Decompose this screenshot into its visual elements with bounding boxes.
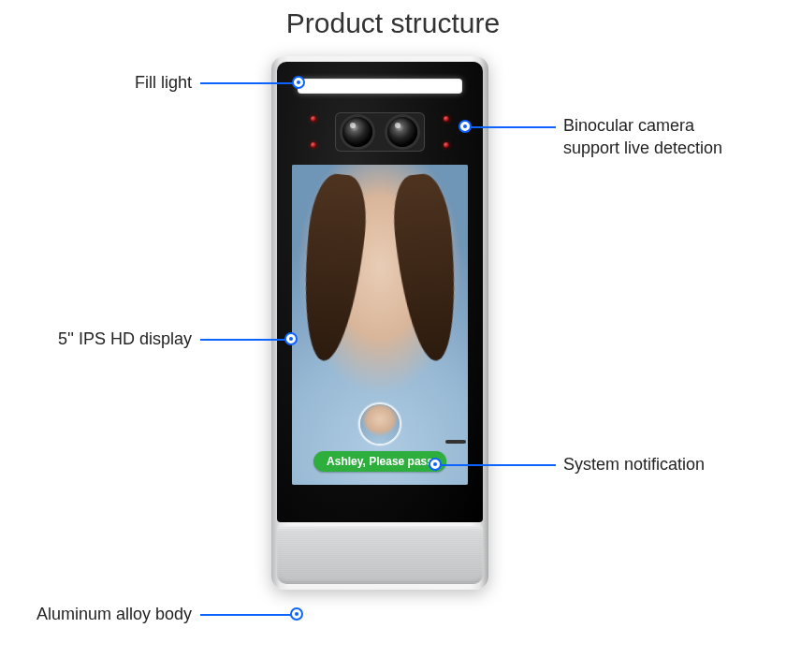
anchor-camera [458, 120, 472, 133]
callout-notification: System notification [563, 453, 769, 475]
anchor-notification [429, 458, 442, 471]
system-notification-pill: Ashley, Please pass [313, 451, 446, 472]
anchor-display [284, 332, 298, 345]
device-body: Ashley, Please pass [271, 56, 488, 590]
leader-display [200, 339, 286, 341]
recognized-avatar [360, 404, 400, 444]
callout-camera-line1: Binocular camera [563, 116, 694, 135]
callout-camera: Binocular camera support live detection [563, 114, 779, 160]
leader-camera [468, 126, 556, 128]
leader-notification [438, 464, 556, 466]
display-screen: Ashley, Please pass [292, 165, 468, 485]
callout-display: 5'' IPS HD display [19, 328, 192, 350]
anchor-body [290, 607, 303, 621]
anchor-fill-light [292, 76, 305, 89]
ir-emitter-left [309, 116, 318, 148]
ir-emitter-right [442, 116, 451, 148]
aluminum-base [277, 526, 483, 584]
camera-lens-left [342, 117, 372, 147]
callout-body: Aluminum alloy body [9, 603, 192, 625]
device-front-panel: Ashley, Please pass [277, 62, 483, 522]
diagram-title: Product structure [0, 7, 786, 39]
microphone-slot [445, 440, 466, 444]
camera-lens-right [387, 117, 417, 147]
callout-fill-light: Fill light [51, 71, 192, 94]
fill-light-bar [298, 79, 462, 94]
leader-body [200, 614, 292, 616]
leader-fill-light [200, 82, 294, 84]
binocular-camera-module [335, 112, 425, 152]
camera-cluster [277, 110, 483, 152]
callout-camera-line2: support live detection [563, 139, 722, 157]
